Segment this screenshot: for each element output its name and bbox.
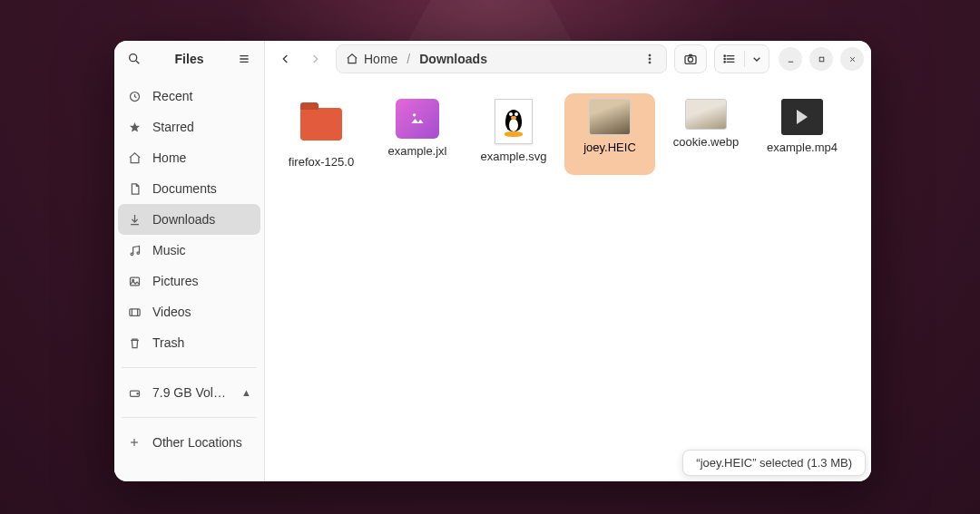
file-name: firefox-125.0 <box>289 155 354 170</box>
breadcrumb-home[interactable]: Home <box>346 52 397 66</box>
file-name: cookie.webp <box>673 135 739 150</box>
sidebar-item-documents[interactable]: Documents <box>118 173 260 204</box>
svg-point-0 <box>130 54 137 62</box>
maximize-icon <box>817 54 827 64</box>
window-minimize-button[interactable] <box>779 47 802 71</box>
camera-icon <box>683 52 698 66</box>
file-manager-window: Files RecentStarredHomeDocumentsDownload… <box>114 41 871 481</box>
list-icon <box>722 52 737 66</box>
pictures-icon <box>127 275 142 288</box>
chevron-down-icon <box>750 52 764 66</box>
svg-point-20 <box>649 62 651 63</box>
sidebar-item-label: Home <box>152 150 251 165</box>
sidebar-header: Files <box>114 41 264 77</box>
svg-rect-9 <box>130 277 139 286</box>
sidebar-item-label: Downloads <box>152 212 251 227</box>
breadcrumb-current[interactable]: Downloads <box>419 52 487 66</box>
image-thumbnail <box>589 99 631 135</box>
search-icon <box>127 52 142 66</box>
chevron-left-icon <box>279 52 293 66</box>
file-name: example.jxl <box>387 144 446 159</box>
status-bar: “joey.HEIC” selected (1.3 MB) <box>682 450 866 476</box>
window-controls <box>779 47 864 71</box>
recent-icon <box>127 90 142 103</box>
video-thumbnail <box>781 99 823 135</box>
main-panel: Home / Downloads <box>265 41 871 481</box>
sidebar-item-recent[interactable]: Recent <box>118 81 260 112</box>
sidebar-item-starred[interactable]: Starred <box>118 112 260 142</box>
sidebar-item-volume[interactable]: 7.9 GB Vol…▲ <box>118 377 260 408</box>
nav-arrows <box>272 45 328 73</box>
nav-forward-button[interactable] <box>301 45 328 73</box>
file-item[interactable]: cookie.webp <box>661 93 751 175</box>
sidebar-separator <box>122 417 257 418</box>
file-item[interactable]: example.jxl <box>372 93 463 175</box>
svg-rect-11 <box>129 308 139 315</box>
svg-point-33 <box>413 113 416 116</box>
sidebar-item-label: Videos <box>152 305 251 319</box>
svg-point-15 <box>137 393 138 393</box>
home-icon <box>346 53 358 65</box>
file-item[interactable]: example.svg <box>468 93 559 175</box>
downloads-icon <box>127 213 142 227</box>
breadcrumb-label: Home <box>364 52 397 66</box>
breadcrumb-separator: / <box>407 52 410 66</box>
minimize-icon <box>786 54 796 64</box>
window-close-button[interactable] <box>840 47 864 71</box>
file-name: example.mp4 <box>767 141 838 155</box>
svg-point-7 <box>131 253 133 256</box>
svg-line-1 <box>136 61 139 63</box>
app-title: Files <box>152 52 226 66</box>
sidebar-item-label: Music <box>152 243 251 257</box>
sidebar-item-label: 7.9 GB Vol… <box>152 385 230 400</box>
view-list-button[interactable] <box>715 45 744 73</box>
sidebar-item-videos[interactable]: Videos <box>118 296 260 327</box>
file-view[interactable]: firefox-125.0example.jxlexample.svgjoey.… <box>265 77 871 481</box>
document-icon <box>127 182 142 196</box>
file-item[interactable]: joey.HEIC <box>564 93 655 175</box>
path-menu-button[interactable] <box>637 46 662 72</box>
svg-thumbnail <box>495 99 533 144</box>
sidebar-item-label: Pictures <box>152 274 251 288</box>
status-text: “joey.HEIC” selected (1.3 MB) <box>696 456 852 470</box>
svg-marker-6 <box>129 121 139 131</box>
sidebar-item-label: Recent <box>152 89 251 103</box>
svg-point-27 <box>724 58 725 59</box>
file-item[interactable]: example.mp4 <box>757 93 848 175</box>
view-options-button[interactable] <box>745 45 769 73</box>
sidebar-item-label: Starred <box>152 120 251 134</box>
view-switcher <box>714 44 769 73</box>
trash-icon <box>127 336 142 350</box>
close-icon <box>848 54 858 64</box>
sidebar-item-other-locations[interactable]: Other Locations <box>118 427 260 458</box>
sidebar-item-label: Documents <box>152 181 251 196</box>
svg-rect-30 <box>819 57 824 62</box>
window-maximize-button[interactable] <box>809 47 833 71</box>
sidebar-separator <box>122 367 257 368</box>
file-grid: firefox-125.0example.jxlexample.svgjoey.… <box>276 93 860 175</box>
chevron-right-icon <box>308 52 322 66</box>
home-icon <box>127 151 142 165</box>
file-item[interactable]: firefox-125.0 <box>276 93 367 175</box>
image-thumbnail <box>685 99 727 130</box>
sidebar-item-downloads[interactable]: Downloads <box>118 204 260 235</box>
sidebar-item-home[interactable]: Home <box>118 142 260 173</box>
star-icon <box>127 121 142 134</box>
sidebar-item-label: Other Locations <box>152 435 251 450</box>
path-bar[interactable]: Home / Downloads <box>336 44 667 73</box>
sidebar-menu-button[interactable] <box>231 46 257 72</box>
eject-icon[interactable]: ▲ <box>241 387 251 398</box>
svg-point-8 <box>137 251 140 254</box>
nav-back-button[interactable] <box>272 45 299 73</box>
sidebar-item-pictures[interactable]: Pictures <box>118 266 260 296</box>
sidebar-item-label: Trash <box>152 335 251 350</box>
search-button[interactable] <box>122 46 147 72</box>
sidebar-item-music[interactable]: Music <box>118 235 260 266</box>
sidebar-item-trash[interactable]: Trash <box>118 327 260 358</box>
drive-icon <box>127 386 142 400</box>
file-name: joey.HEIC <box>583 141 636 155</box>
sidebar: Files RecentStarredHomeDocumentsDownload… <box>114 41 265 481</box>
image-icon <box>396 99 439 139</box>
music-icon <box>127 244 142 257</box>
camera-search-button[interactable] <box>674 44 707 73</box>
